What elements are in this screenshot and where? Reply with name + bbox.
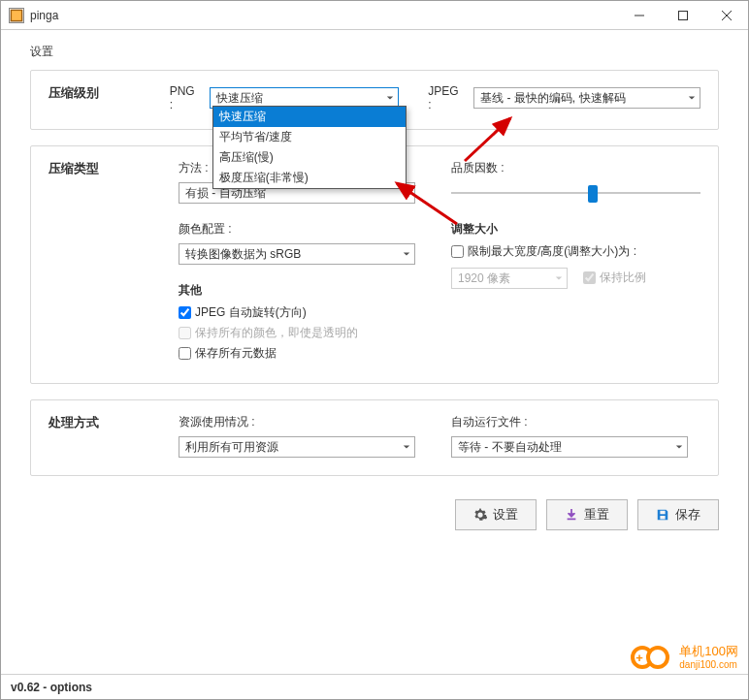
jpeg-label: JPEG : <box>428 84 464 111</box>
compression-level-panel: 压缩级别 PNG : 快速压缩 JPEG : 基线 - 最快的编码, 快速解码 … <box>30 70 719 130</box>
keep-metadata-checkbox[interactable]: 保存所有元数据 <box>179 345 428 362</box>
png-select-value: 快速压缩 <box>216 91 263 105</box>
logo-line2: danji100.com <box>679 659 738 670</box>
app-icon <box>9 8 24 23</box>
logo-line1: 单机100网 <box>679 645 738 658</box>
chevron-down-icon <box>555 274 563 282</box>
settings-button-label: 设置 <box>493 506 518 524</box>
svg-rect-0 <box>11 10 21 20</box>
jpeg-select-value: 基线 - 最快的编码, 快速解码 <box>480 91 625 105</box>
resize-label: 调整大小 <box>451 221 700 238</box>
limit-size-input[interactable] <box>451 245 464 258</box>
processing-heading: 处理方式 <box>49 414 179 458</box>
quality-slider[interactable] <box>451 182 700 204</box>
maximize-button[interactable] <box>661 1 704 29</box>
png-label: PNG : <box>170 84 201 111</box>
quality-label: 品质因数 : <box>451 160 700 176</box>
chevron-down-icon <box>688 94 696 102</box>
png-option-1[interactable]: 平均节省/速度 <box>213 127 406 147</box>
autorun-select-value: 等待 - 不要自动处理 <box>458 440 562 454</box>
down-arrow-icon <box>565 508 578 522</box>
png-option-0[interactable]: 快速压缩 <box>213 107 406 127</box>
color-select[interactable]: 转换图像数据为 sRGB <box>179 243 415 265</box>
jpeg-autorotate-checkbox[interactable]: JPEG 自动旋转(方向) <box>179 304 428 321</box>
jpeg-select[interactable]: 基线 - 最快的编码, 快速解码 <box>473 87 700 109</box>
png-dropdown[interactable]: 快速压缩 平均节省/速度 高压缩(慢) 极度压缩(非常慢) <box>212 106 407 189</box>
watermark-logo: + 单机100网 danji100.com <box>631 643 738 672</box>
jpeg-autorotate-input[interactable] <box>179 306 191 319</box>
logo-icon: + <box>631 643 675 672</box>
resize-px-value: 1920 像素 <box>458 271 510 285</box>
keep-ratio-checkbox: 保持比例 <box>583 270 646 286</box>
svg-rect-2 <box>678 11 687 19</box>
jpeg-autorotate-label: JPEG 自动旋转(方向) <box>195 304 307 321</box>
keep-ratio-label: 保持比例 <box>600 270 646 286</box>
resize-px-select: 1920 像素 <box>451 268 568 289</box>
page-heading: 设置 <box>30 44 719 60</box>
color-label: 颜色配置 : <box>179 221 428 238</box>
png-option-3[interactable]: 极度压缩(非常慢) <box>213 168 406 188</box>
gear-icon <box>473 508 487 522</box>
autorun-select[interactable]: 等待 - 不要自动处理 <box>451 436 688 458</box>
limit-size-checkbox[interactable]: 限制最大宽度/高度(调整大小)为 : <box>451 243 700 260</box>
reset-button-label: 重置 <box>584 506 609 524</box>
keep-colors-label: 保持所有的颜色，即使是透明的 <box>195 325 358 341</box>
save-button[interactable]: 保存 <box>637 499 719 530</box>
keep-metadata-input[interactable] <box>179 347 191 360</box>
keep-ratio-input <box>583 271 596 284</box>
status-text: v0.62 - options <box>11 681 92 694</box>
resource-select[interactable]: 利用所有可用资源 <box>179 436 415 458</box>
autorun-label: 自动运行文件 : <box>451 414 700 430</box>
png-option-2[interactable]: 高压缩(慢) <box>213 147 406 168</box>
chevron-down-icon <box>403 250 410 258</box>
slider-thumb[interactable] <box>588 185 598 203</box>
window-title: pinga <box>30 9 617 22</box>
footer-buttons: 设置 重置 保存 <box>1 492 748 530</box>
close-button[interactable] <box>704 1 748 29</box>
color-select-value: 转换图像数据为 sRGB <box>185 247 301 261</box>
settings-button[interactable]: 设置 <box>455 499 537 530</box>
slider-track <box>451 192 700 194</box>
chevron-down-icon <box>675 443 683 451</box>
svg-rect-5 <box>568 519 576 521</box>
chevron-down-icon <box>403 189 410 197</box>
compression-level-heading: 压缩级别 <box>49 84 170 111</box>
chevron-down-icon <box>386 94 394 102</box>
keep-colors-input <box>179 327 191 339</box>
minimize-button[interactable] <box>617 1 661 29</box>
save-icon <box>656 508 669 522</box>
limit-size-label: 限制最大宽度/高度(调整大小)为 : <box>468 243 636 260</box>
resource-label: 资源使用情况 : <box>179 414 428 430</box>
save-button-label: 保存 <box>675 506 700 524</box>
other-label: 其他 <box>179 282 428 299</box>
titlebar: pinga <box>1 1 748 30</box>
processing-panel: 处理方式 资源使用情况 : 利用所有可用资源 自动运行文件 : 等待 - 不要自… <box>30 399 719 476</box>
keep-colors-checkbox: 保持所有的颜色，即使是透明的 <box>179 325 428 341</box>
reset-button[interactable]: 重置 <box>546 499 628 530</box>
resource-select-value: 利用所有可用资源 <box>185 440 278 454</box>
keep-metadata-label: 保存所有元数据 <box>195 345 277 362</box>
chevron-down-icon <box>403 443 410 451</box>
status-bar: v0.62 - options <box>1 674 748 699</box>
compression-type-heading: 压缩类型 <box>49 160 179 366</box>
